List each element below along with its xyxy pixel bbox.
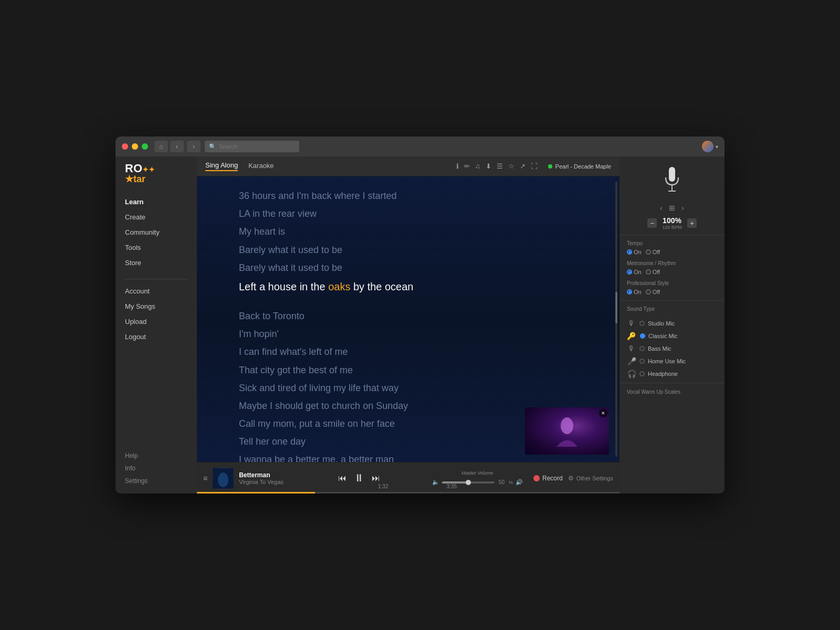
nav-right-icon[interactable]: ›: [681, 204, 684, 212]
sidebar-item-upload[interactable]: Upload: [125, 314, 187, 329]
tab-sing-along[interactable]: Sing Along: [205, 161, 238, 171]
tempo-value: 100% 120 BPM: [659, 216, 685, 230]
search-bar[interactable]: 🔍: [205, 141, 299, 152]
download-icon[interactable]: ⬇: [486, 162, 491, 170]
headphone-icon: 🎧: [627, 370, 636, 378]
rp-nav-row: ‹ ⊞ ›: [620, 202, 724, 214]
studio-mic-icon: 🎙: [627, 319, 636, 328]
volume-pct-sign: %: [509, 480, 513, 485]
search-input[interactable]: [219, 143, 295, 150]
sound-type-bass-mic[interactable]: 🎙 Bass Mic: [620, 342, 724, 355]
sidebar-item-community[interactable]: Community: [125, 225, 187, 240]
secondary-nav: Account My Songs Upload Logout: [116, 284, 197, 344]
tab-karaoke[interactable]: Karaoke: [248, 162, 274, 171]
tempo-toggle: On Off: [627, 249, 717, 255]
list-icon[interactable]: ☰: [497, 162, 503, 170]
logo: RO✦✦ ★tar: [116, 163, 197, 194]
avatar-area[interactable]: ▾: [702, 141, 718, 152]
tempo-increase-button[interactable]: +: [687, 218, 697, 228]
sidebar-item-tools[interactable]: Tools: [125, 240, 187, 255]
lyrics-line: 36 hours and I'm back where I started: [239, 187, 578, 205]
volume-label: Master Volume: [461, 470, 493, 476]
nav-grid-icon[interactable]: ⊞: [669, 204, 675, 212]
minimize-button[interactable]: [132, 143, 138, 150]
sidebar-item-store[interactable]: Store: [125, 255, 187, 270]
sidebar-item-settings[interactable]: Settings: [125, 475, 187, 487]
lyrics-line: Left a house in the oaks by the ocean: [239, 277, 578, 297]
tempo-on[interactable]: On: [627, 249, 642, 255]
next-button[interactable]: ⏭: [372, 474, 380, 483]
sidebar-bottom: Help Info Settings: [116, 449, 197, 487]
close-button[interactable]: [122, 143, 128, 150]
tempo-decrease-button[interactable]: −: [647, 218, 657, 228]
other-settings-button[interactable]: ⚙ Other Settings: [568, 475, 613, 482]
home-button[interactable]: ⌂: [154, 141, 168, 152]
forward-button[interactable]: ›: [187, 141, 201, 152]
player-progress-bar[interactable]: [197, 492, 620, 494]
song-artwork: [213, 468, 234, 489]
fullscreen-icon[interactable]: ⛶: [531, 162, 538, 170]
back-button[interactable]: ‹: [170, 141, 184, 152]
content-area: Sing Along Karaoke ℹ ✏ ♫ ⬇ ☰ ☆ ↗ ⛶ Pearl…: [197, 156, 620, 494]
sidebar-item-info[interactable]: Info: [125, 462, 187, 475]
logo-text: RO✦✦: [125, 163, 187, 174]
metronome-on-radio: [627, 269, 632, 275]
song-title: Betterman: [239, 471, 284, 479]
volume-low-icon: 🔈: [432, 479, 439, 486]
nav-left-icon[interactable]: ‹: [660, 204, 663, 212]
volume-section: Master Volume 🔈 50 % 🔊: [432, 470, 523, 486]
sidebar-item-account[interactable]: Account: [125, 284, 187, 299]
prof-style-on[interactable]: On: [627, 289, 642, 295]
music-icon[interactable]: ♫: [475, 162, 480, 170]
lyrics-scrollbar[interactable]: [615, 182, 617, 457]
record-label: Record: [542, 475, 563, 482]
sidebar-item-learn[interactable]: Learn: [125, 194, 187, 209]
video-thumb-image: [525, 407, 609, 455]
metronome-off[interactable]: Off: [646, 269, 660, 275]
prev-button[interactable]: ⏮: [338, 474, 346, 483]
tempo-off[interactable]: Off: [646, 249, 660, 255]
sidebar-item-create[interactable]: Create: [125, 209, 187, 225]
tempo-unit: 120 BPM: [659, 225, 685, 230]
logo-sub: ★tar: [125, 174, 187, 184]
share-icon[interactable]: ↗: [520, 162, 526, 170]
lyrics-line: LA in the rear view: [239, 205, 578, 223]
svg-point-0: [561, 417, 573, 434]
tempo-section: Tempo On Off: [620, 238, 724, 258]
volume-high-icon: 🔊: [516, 479, 523, 486]
pause-button[interactable]: ⏸: [354, 472, 364, 484]
tempo-control: − 100% 120 BPM +: [620, 214, 724, 232]
maximize-button[interactable]: [142, 143, 148, 150]
sound-type-studio-mic[interactable]: 🎙 Studio Mic: [620, 317, 724, 330]
search-icon: 🔍: [209, 143, 216, 150]
professional-style-toggle: On Off: [627, 289, 717, 295]
sound-type-home-use-mic[interactable]: 🎤 Home Use Mic: [620, 355, 724, 368]
sidebar-item-logout[interactable]: Logout: [125, 329, 187, 344]
info-icon[interactable]: ℹ: [456, 162, 459, 170]
metronome-on[interactable]: On: [627, 269, 642, 275]
lyrics-line: Barely what it used to be: [239, 241, 578, 259]
playlist-button[interactable]: ≡: [203, 474, 207, 482]
prof-style-off[interactable]: Off: [646, 289, 660, 295]
edit-icon[interactable]: ✏: [464, 162, 470, 170]
headphone-label: Headphone: [648, 371, 678, 377]
lyrics-line: That city got the best of me: [239, 361, 578, 379]
lyrics-line: I'm hopin': [239, 325, 578, 343]
sidebar-item-my-songs[interactable]: My Songs: [125, 299, 187, 314]
volume-slider[interactable]: [442, 481, 495, 484]
song-indicator: Pearl - Decade Maple: [548, 163, 611, 170]
sound-type-headphone[interactable]: 🎧 Headphone: [620, 368, 724, 380]
gear-icon: ⚙: [568, 475, 574, 482]
lyrics-line: My heart is: [239, 223, 578, 240]
lyrics-line: Sick and tired of living my life that wa…: [239, 379, 578, 397]
nav-back-forward: ‹ ›: [170, 141, 201, 152]
sound-type-classic-mic[interactable]: 🔑 Classic Mic: [620, 330, 724, 342]
sidebar-item-help[interactable]: Help: [125, 449, 187, 462]
lyrics-spacer: [239, 297, 578, 307]
lyrics-scrollbar-thumb: [615, 292, 617, 323]
video-close-button[interactable]: ✕: [599, 409, 607, 417]
home-use-mic-icon: 🎤: [627, 357, 636, 365]
star-icon[interactable]: ☆: [508, 162, 514, 170]
record-button[interactable]: Record: [533, 475, 563, 482]
total-time: 3:35: [447, 484, 457, 489]
